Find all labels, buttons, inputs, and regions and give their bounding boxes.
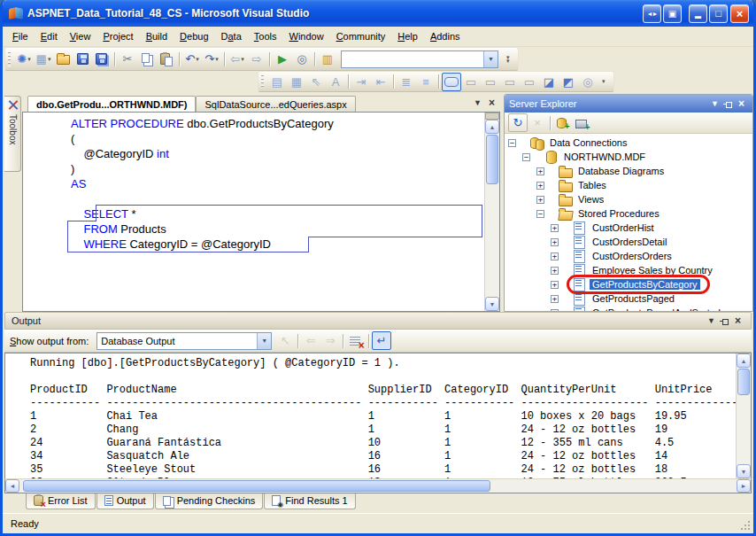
cut-icon[interactable]: ✂ <box>118 50 137 68</box>
splitter-handle[interactable] <box>485 113 499 120</box>
tab-pending-checkins[interactable]: Pending Checkins <box>155 493 264 509</box>
verify-sql-icon[interactable]: ◩ <box>559 73 578 91</box>
toolbar-combobox[interactable]: ▼ <box>341 50 498 68</box>
scroll-left-button[interactable]: ◄ <box>5 479 19 493</box>
save-icon[interactable] <box>73 50 92 68</box>
window-position-chevron-icon[interactable]: ▼ <box>708 99 721 108</box>
close-document-icon[interactable]: × <box>489 97 495 108</box>
tab-find-results-1[interactable]: Find Results 1 <box>264 493 355 509</box>
scrollbar-thumb[interactable] <box>486 135 498 184</box>
output-content[interactable]: Running [dbo].[GetProductsByCategory] ( … <box>4 353 752 478</box>
tree-item-database-diagrams[interactable]: +Database Diagrams <box>505 164 752 178</box>
tree-expander-minus-icon[interactable]: − <box>522 153 530 161</box>
scroll-up-button[interactable]: ▲ <box>485 120 499 134</box>
scrollbar-track[interactable] <box>737 368 751 464</box>
tree-item-tables[interactable]: +Tables <box>505 178 752 192</box>
start-debug-icon[interactable]: ▶ <box>273 50 292 68</box>
chevron-down-icon[interactable]: ▾ <box>241 56 244 63</box>
tab-stored-procedure[interactable]: dbo.GetProdu...ORTHWND.MDF) <box>27 96 196 112</box>
server-explorer-header[interactable]: Server Explorer ▼ × <box>505 95 752 113</box>
open-file-icon[interactable] <box>53 50 73 68</box>
menu-file[interactable]: File <box>6 28 35 44</box>
menu-community[interactable]: Community <box>330 28 392 44</box>
tab-error-list[interactable]: Error List <box>26 493 96 509</box>
uncomment-lines-icon[interactable]: ≡ <box>416 73 436 91</box>
menu-edit[interactable]: Edit <box>35 28 64 44</box>
scrollbar-thumb[interactable] <box>23 480 490 492</box>
tree-item-getproductspagedandsorted[interactable]: +GetProductsPagedAndSorted <box>505 306 752 311</box>
output-header[interactable]: Output ▼ × <box>4 312 752 330</box>
decrease-indent-icon[interactable]: ⇤ <box>371 73 390 91</box>
copy-icon[interactable] <box>137 50 157 68</box>
show-diagram-pane-icon[interactable]: ▤ <box>267 73 287 91</box>
auto-hide-pin-icon[interactable] <box>721 99 735 109</box>
sql-pane-icon[interactable]: ▭ <box>500 73 520 91</box>
tree-item-getproductsbycategory[interactable]: +GetProductsByCategory <box>505 277 752 291</box>
tree-expander-plus-icon[interactable]: + <box>551 295 559 303</box>
output-text[interactable]: Running [dbo].[GetProductsByCategory] ( … <box>5 353 736 478</box>
add-item-icon[interactable]: ▦▾ <box>34 50 53 68</box>
navigate-back-icon[interactable]: ⇦▾ <box>228 50 247 68</box>
new-website-icon[interactable]: ✺▾ <box>14 50 34 68</box>
tree-item-views[interactable]: +Views <box>505 192 752 206</box>
scroll-down-button[interactable]: ▼ <box>737 464 751 478</box>
toolbar-grip[interactable] <box>261 74 264 88</box>
titlebar[interactable]: ASPNET_Data_Tutorial_48_CS - Microsoft V… <box>3 0 753 27</box>
toolbar-overflow-button[interactable]: ▾▾ <box>504 56 513 63</box>
save-all-icon[interactable] <box>92 50 112 68</box>
tree-item-northwnd-mdf[interactable]: −NORTHWND.MDF <box>505 150 752 164</box>
chevron-down-icon[interactable]: ▾ <box>48 56 51 63</box>
tree-expander-plus-icon[interactable]: + <box>536 196 544 204</box>
tab-output[interactable]: Output <box>96 493 154 509</box>
results-pane-icon[interactable]: ▭ <box>520 73 539 91</box>
tab-sqldatasource-page[interactable]: SqlDataSource...edQueries.aspx <box>196 96 355 112</box>
menu-build[interactable]: Build <box>140 28 174 44</box>
menu-debug[interactable]: Debug <box>174 28 214 44</box>
tree-expander-plus-icon[interactable]: + <box>551 309 559 312</box>
scrollbar-track[interactable] <box>19 479 737 493</box>
output-horizontal-scrollbar[interactable]: ◄ ► <box>4 478 752 493</box>
maximize-button[interactable]: □ <box>709 4 728 23</box>
window-menu-button[interactable]: ▣ <box>663 4 682 23</box>
show-criteria-icon[interactable]: ◎ <box>578 73 598 91</box>
diagram-pane-icon[interactable]: ▭ <box>461 73 481 91</box>
tree-item-getproductspaged[interactable]: +GetProductsPaged <box>505 291 752 306</box>
toolbox-tab[interactable]: Toolbox <box>4 96 21 172</box>
tree-expander-plus-icon[interactable]: + <box>551 238 559 246</box>
connect-database-icon[interactable] <box>553 113 573 132</box>
clear-all-icon[interactable] <box>346 331 366 350</box>
comment-lines-icon[interactable]: ≣ <box>397 73 416 91</box>
refresh-icon[interactable]: ↻ <box>508 113 528 132</box>
chevron-down-icon[interactable]: ▾ <box>27 56 31 63</box>
document-list-chevron-icon[interactable]: ▼ <box>474 99 482 107</box>
execute-query-icon[interactable]: ◪ <box>539 73 559 91</box>
scroll-right-button[interactable]: ► <box>737 479 751 493</box>
redo-icon[interactable]: ↷▾ <box>202 50 221 68</box>
paste-icon[interactable] <box>157 50 176 68</box>
close-panel-icon[interactable]: × <box>735 97 748 110</box>
find-in-files-icon[interactable]: ◎ <box>292 50 312 68</box>
scroll-down-button[interactable]: ▼ <box>485 297 499 311</box>
menu-tools[interactable]: Tools <box>248 28 283 44</box>
tree-expander-plus-icon[interactable]: + <box>551 224 559 232</box>
criteria-pane-icon[interactable]: ▭ <box>481 73 500 91</box>
pan-tabs-button[interactable]: ◄► <box>643 4 661 23</box>
tree-expander-minus-icon[interactable]: − <box>536 210 544 218</box>
window-position-chevron-icon[interactable]: ▼ <box>705 316 718 325</box>
tree-item-custorderhist[interactable]: +CustOrderHist <box>505 221 752 235</box>
menu-view[interactable]: View <box>64 28 97 44</box>
tree-item-stored-procedures[interactable]: −Stored Procedures <box>505 206 752 221</box>
chevron-down-icon[interactable]: ▾ <box>196 56 199 63</box>
scrollbar-thumb[interactable] <box>737 369 750 395</box>
code-editor[interactable]: ALTER PROCEDURE dbo.GetProductsByCategor… <box>22 112 500 312</box>
menu-project[interactable]: Project <box>96 28 139 44</box>
solution-explorer-icon[interactable]: ▥ <box>318 50 337 68</box>
tree-item-custordersorders[interactable]: +CustOrdersOrders <box>505 249 752 263</box>
chevron-down-icon[interactable]: ▾ <box>215 56 219 63</box>
resize-grip[interactable] <box>748 528 750 530</box>
connect-server-icon[interactable] <box>573 113 592 132</box>
tree-expander-plus-icon[interactable]: + <box>536 167 544 175</box>
auto-hide-pin-icon[interactable] <box>718 316 731 326</box>
chevron-down-icon[interactable]: ▼ <box>483 51 498 67</box>
menu-window[interactable]: Window <box>282 28 329 44</box>
